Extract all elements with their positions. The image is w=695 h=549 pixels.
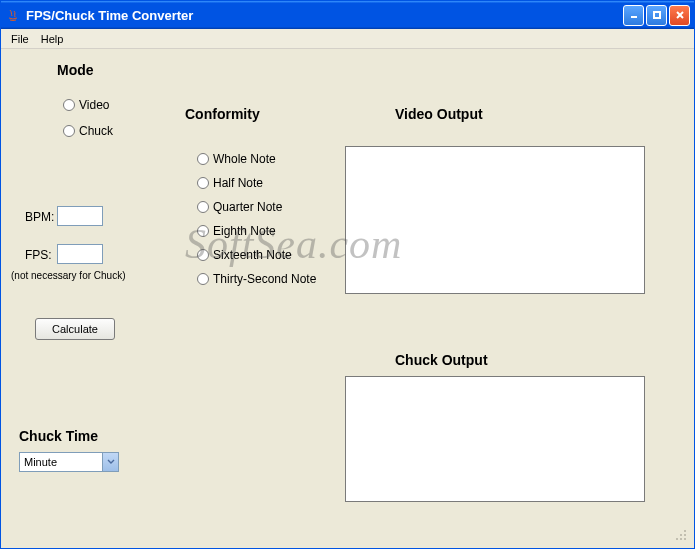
window-controls bbox=[623, 5, 690, 26]
conformity-whole-note-radio[interactable]: Whole Note bbox=[197, 152, 276, 166]
menu-help[interactable]: Help bbox=[35, 31, 70, 47]
calculate-label: Calculate bbox=[52, 323, 98, 335]
conformity-option-label: Whole Note bbox=[213, 152, 276, 166]
svg-point-5 bbox=[680, 534, 682, 536]
mode-video-label: Video bbox=[79, 98, 109, 112]
maximize-button[interactable] bbox=[646, 5, 667, 26]
radio-icon bbox=[197, 153, 209, 165]
mode-video-radio[interactable]: Video bbox=[63, 98, 109, 112]
svg-point-7 bbox=[676, 538, 678, 540]
conformity-option-label: Half Note bbox=[213, 176, 263, 190]
svg-point-9 bbox=[684, 538, 686, 540]
app-window: FPS/Chuck Time Converter File Help Mode … bbox=[0, 0, 695, 549]
conformity-heading: Conformity bbox=[185, 106, 260, 122]
conformity-thirtysecond-note-radio[interactable]: Thirty-Second Note bbox=[197, 272, 316, 286]
conformity-option-label: Sixteenth Note bbox=[213, 248, 292, 262]
resize-grip-icon[interactable] bbox=[674, 528, 688, 542]
chuck-output-box bbox=[345, 376, 645, 502]
fps-input[interactable] bbox=[57, 244, 103, 264]
conformity-option-label: Quarter Note bbox=[213, 200, 282, 214]
chuck-output-heading: Chuck Output bbox=[395, 352, 488, 368]
chuck-time-heading: Chuck Time bbox=[19, 428, 98, 444]
bpm-input[interactable] bbox=[57, 206, 103, 226]
radio-icon bbox=[197, 201, 209, 213]
radio-icon bbox=[197, 249, 209, 261]
svg-point-8 bbox=[680, 538, 682, 540]
calculate-button[interactable]: Calculate bbox=[35, 318, 115, 340]
fps-label: FPS: bbox=[25, 248, 52, 262]
chuck-time-value: Minute bbox=[20, 456, 102, 468]
conformity-eighth-note-radio[interactable]: Eighth Note bbox=[197, 224, 276, 238]
minimize-button[interactable] bbox=[623, 5, 644, 26]
svg-point-6 bbox=[684, 534, 686, 536]
java-icon bbox=[5, 7, 21, 23]
radio-icon bbox=[63, 125, 75, 137]
video-output-box bbox=[345, 146, 645, 294]
mode-heading: Mode bbox=[57, 62, 94, 78]
menubar: File Help bbox=[1, 29, 694, 49]
mode-chuck-radio[interactable]: Chuck bbox=[63, 124, 113, 138]
radio-icon bbox=[197, 225, 209, 237]
conformity-sixteenth-note-radio[interactable]: Sixteenth Note bbox=[197, 248, 292, 262]
conformity-half-note-radio[interactable]: Half Note bbox=[197, 176, 263, 190]
fps-note: (not necessary for Chuck) bbox=[11, 270, 126, 281]
radio-icon bbox=[197, 273, 209, 285]
bpm-label: BPM: bbox=[25, 210, 54, 224]
svg-point-4 bbox=[684, 530, 686, 532]
client-area: Mode Conformity Video Output Chuck Outpu… bbox=[5, 50, 690, 544]
window-title: FPS/Chuck Time Converter bbox=[26, 8, 623, 23]
chuck-time-select[interactable]: Minute bbox=[19, 452, 119, 472]
conformity-quarter-note-radio[interactable]: Quarter Note bbox=[197, 200, 282, 214]
menu-file[interactable]: File bbox=[5, 31, 35, 47]
radio-icon bbox=[63, 99, 75, 111]
titlebar[interactable]: FPS/Chuck Time Converter bbox=[1, 1, 694, 29]
svg-rect-1 bbox=[654, 12, 660, 18]
video-output-heading: Video Output bbox=[395, 106, 483, 122]
close-button[interactable] bbox=[669, 5, 690, 26]
conformity-option-label: Thirty-Second Note bbox=[213, 272, 316, 286]
mode-chuck-label: Chuck bbox=[79, 124, 113, 138]
radio-icon bbox=[197, 177, 209, 189]
chevron-down-icon bbox=[102, 453, 118, 471]
conformity-option-label: Eighth Note bbox=[213, 224, 276, 238]
